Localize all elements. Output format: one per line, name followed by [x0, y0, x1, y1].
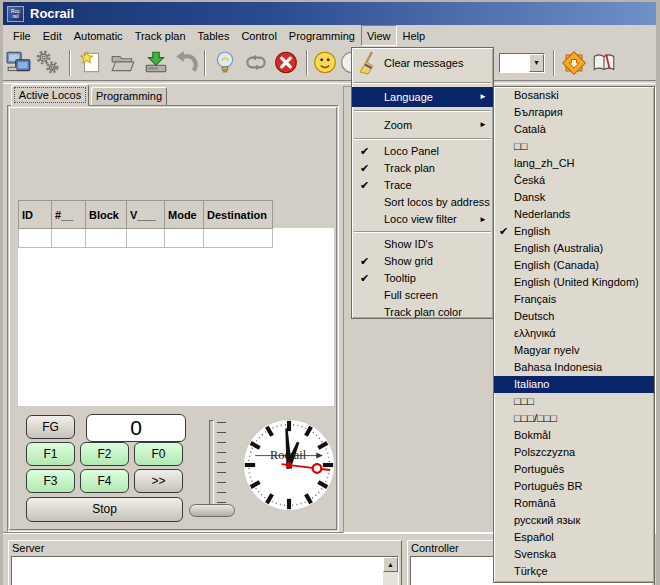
- menu-item-zoom[interactable]: Zoom ►: [352, 115, 493, 135]
- view-menu-popup: Clear messages Language ► Zoom ► Loco Pa…: [351, 47, 494, 319]
- lang-bulgarian[interactable]: България: [494, 104, 654, 121]
- menu-view[interactable]: View: [361, 25, 397, 46]
- lang-svenska[interactable]: Svenska: [494, 546, 654, 563]
- menu-programming[interactable]: Programming: [283, 25, 361, 46]
- loco-combobox[interactable]: ▼: [499, 53, 545, 73]
- lang-italiano[interactable]: Italiano: [494, 376, 654, 393]
- menu-item-sort-locos[interactable]: Sort locos by address: [352, 194, 493, 211]
- f0-button[interactable]: F0: [134, 442, 183, 466]
- help-book-icon[interactable]: [591, 50, 617, 76]
- lang-francais[interactable]: Français: [494, 291, 654, 308]
- menu-track-plan[interactable]: Track plan: [129, 25, 192, 46]
- menu-item-label: България: [514, 106, 563, 118]
- lang-polszczyzna[interactable]: Polszczyzna: [494, 444, 654, 461]
- menu-help[interactable]: Help: [397, 25, 432, 46]
- menu-item-language[interactable]: Language ►: [352, 87, 493, 107]
- lang-greek[interactable]: ελληνικά: [494, 325, 654, 342]
- menu-item-clear-messages[interactable]: Clear messages: [352, 48, 493, 79]
- speed-slider-thumb[interactable]: [189, 504, 235, 517]
- lang-english-au[interactable]: English (Australia): [494, 240, 654, 257]
- title-bar[interactable]: Roc rail Rocrail: [3, 2, 656, 25]
- lang-russian[interactable]: русский язык: [494, 512, 654, 529]
- menu-item-loco-view-filter[interactable]: Loco view filter ►: [352, 211, 493, 228]
- app-icon: Roc rail: [7, 6, 24, 22]
- f2-button[interactable]: F2: [80, 442, 129, 466]
- menu-item-label: English: [514, 225, 550, 237]
- lang-cjk-boxes[interactable]: □□: [494, 138, 654, 155]
- lang-cjk-boxes-2[interactable]: □□□: [494, 393, 654, 410]
- submenu-arrow-icon: ►: [479, 87, 487, 107]
- tab-programming[interactable]: Programming: [91, 87, 167, 106]
- menu-item-show-ids[interactable]: Show ID's: [352, 236, 493, 253]
- col-speed[interactable]: V___: [127, 201, 165, 229]
- menu-item-label: lang_zh_CH: [514, 157, 575, 169]
- loco-list-area[interactable]: [18, 228, 334, 406]
- col-destination[interactable]: Destination: [204, 201, 273, 229]
- server-log-area[interactable]: ▲: [11, 556, 399, 585]
- lang-indonesia[interactable]: Bahasa Indonesia: [494, 359, 654, 376]
- menu-bar: File Edit Automatic Track plan Tables Co…: [3, 25, 656, 46]
- smiley-icon[interactable]: [312, 50, 338, 76]
- lang-ceska[interactable]: Česká: [494, 172, 654, 189]
- gears-icon[interactable]: [35, 50, 61, 76]
- col-block[interactable]: Block: [86, 201, 127, 229]
- lang-english[interactable]: English: [494, 223, 654, 240]
- menu-item-track-plan[interactable]: Track plan: [352, 160, 493, 177]
- lang-english-ca[interactable]: English (Canada): [494, 257, 654, 274]
- lang-romana[interactable]: Română: [494, 495, 654, 512]
- lang-portugues[interactable]: Português: [494, 461, 654, 478]
- new-file-icon[interactable]: [78, 50, 104, 76]
- menu-item-label: Sort locos by address: [384, 196, 490, 208]
- scroll-up-icon[interactable]: ▲: [383, 557, 398, 572]
- f1-button[interactable]: F1: [26, 442, 75, 466]
- fg-button[interactable]: FG: [26, 415, 75, 439]
- dual-monitors-icon[interactable]: [6, 50, 32, 76]
- lang-turkce[interactable]: Türkçe: [494, 563, 654, 580]
- update-starburst-icon[interactable]: [561, 50, 587, 76]
- lang-magyar[interactable]: Magyar nyelv: [494, 342, 654, 359]
- menu-item-full-screen[interactable]: Full screen: [352, 287, 493, 304]
- lang-zh-ch[interactable]: lang_zh_CH: [494, 155, 654, 172]
- menu-automatic[interactable]: Automatic: [68, 25, 129, 46]
- menu-edit[interactable]: Edit: [37, 25, 68, 46]
- save-icon[interactable]: [143, 50, 169, 76]
- menu-item-track-plan-color[interactable]: Track plan color: [352, 304, 493, 321]
- menu-item-tooltip[interactable]: Tooltip: [352, 270, 493, 287]
- menu-item-loco-panel[interactable]: Loco Panel: [352, 143, 493, 160]
- tab-active-locos[interactable]: Active Locos: [11, 84, 89, 106]
- combobox-dropdown-icon[interactable]: ▼: [529, 54, 544, 72]
- loco-table-empty-row[interactable]: [19, 229, 273, 248]
- lang-bosanski[interactable]: Bosanski: [494, 87, 654, 104]
- loop-icon[interactable]: [243, 50, 269, 76]
- lang-espanol[interactable]: Español: [494, 529, 654, 546]
- more-functions-button[interactable]: >>: [134, 469, 183, 493]
- menu-item-show-grid[interactable]: Show grid: [352, 253, 493, 270]
- emergency-stop-icon[interactable]: [273, 50, 299, 76]
- undo-icon[interactable]: [173, 50, 199, 76]
- submenu-arrow-icon: ►: [479, 115, 487, 135]
- menu-item-trace[interactable]: Trace: [352, 177, 493, 194]
- lamp-icon[interactable]: [212, 50, 238, 76]
- lang-nederlands[interactable]: Nederlands: [494, 206, 654, 223]
- menu-control[interactable]: Control: [235, 25, 282, 46]
- col-mode[interactable]: Mode: [165, 201, 204, 229]
- lang-deutsch[interactable]: Deutsch: [494, 308, 654, 325]
- f3-button[interactable]: F3: [26, 469, 75, 493]
- col-id[interactable]: ID: [19, 201, 52, 229]
- stop-button[interactable]: Stop: [26, 497, 183, 522]
- lang-cjk-boxes-3[interactable]: □□□/□□□: [494, 410, 654, 427]
- rocrail-window: Roc rail Rocrail File Edit Automatic Tra…: [0, 0, 660, 585]
- server-scrollbar[interactable]: ▲: [383, 557, 398, 585]
- lang-catala[interactable]: Català: [494, 121, 654, 138]
- open-folder-icon[interactable]: [110, 50, 136, 76]
- speed-slider-track[interactable]: [209, 420, 214, 516]
- lang-dansk[interactable]: Dansk: [494, 189, 654, 206]
- lang-bokmal[interactable]: Bokmål: [494, 427, 654, 444]
- menu-tables[interactable]: Tables: [192, 25, 236, 46]
- menu-item-label: □□□: [514, 395, 534, 407]
- col-address[interactable]: #__: [52, 201, 86, 229]
- f4-button[interactable]: F4: [80, 469, 129, 493]
- lang-english-uk[interactable]: English (United Kingdom): [494, 274, 654, 291]
- lang-portugues-br[interactable]: Português BR: [494, 478, 654, 495]
- menu-file[interactable]: File: [7, 25, 37, 46]
